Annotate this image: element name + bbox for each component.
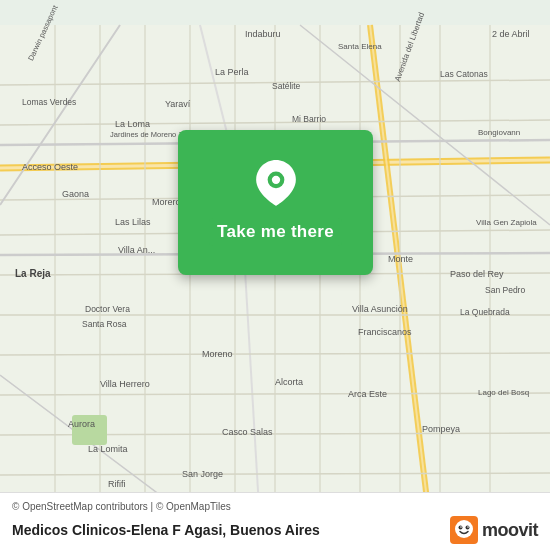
svg-text:Aurora: Aurora bbox=[68, 419, 95, 429]
svg-text:La Reja: La Reja bbox=[15, 268, 51, 279]
take-me-there-button[interactable]: Take me there bbox=[209, 218, 342, 246]
svg-text:Monte: Monte bbox=[388, 254, 413, 264]
location-info: Medicos Clinicos-Elena F Agasi, Buenos A… bbox=[12, 516, 538, 544]
svg-text:Santa Rosa: Santa Rosa bbox=[82, 319, 127, 329]
map-attribution: © OpenStreetMap contributors | © OpenMap… bbox=[12, 501, 538, 512]
svg-text:San Jorge: San Jorge bbox=[182, 469, 223, 479]
svg-text:Bongiovann: Bongiovann bbox=[478, 128, 520, 137]
svg-text:Rififi: Rififi bbox=[108, 479, 126, 489]
svg-text:La Quebrada: La Quebrada bbox=[460, 307, 510, 317]
svg-text:La Lomita: La Lomita bbox=[88, 444, 128, 454]
svg-text:Las Lilas: Las Lilas bbox=[115, 217, 151, 227]
svg-text:Alcorta: Alcorta bbox=[275, 377, 303, 387]
svg-point-75 bbox=[271, 175, 279, 183]
svg-text:Villa Gen Zapiola: Villa Gen Zapiola bbox=[476, 218, 537, 227]
moovit-logo: moovit bbox=[450, 516, 538, 544]
svg-text:Pompeya: Pompeya bbox=[422, 424, 460, 434]
svg-text:Gaona: Gaona bbox=[62, 189, 89, 199]
svg-point-80 bbox=[460, 526, 462, 528]
svg-point-77 bbox=[455, 520, 473, 538]
location-name: Medicos Clinicos-Elena F Agasi, Buenos A… bbox=[12, 522, 320, 538]
svg-text:Moreno: Moreno bbox=[202, 349, 233, 359]
svg-text:Franciscanos: Franciscanos bbox=[358, 327, 412, 337]
moovit-face-icon bbox=[450, 516, 478, 544]
svg-text:La Loma: La Loma bbox=[115, 119, 150, 129]
svg-text:Villa Asunción: Villa Asunción bbox=[352, 304, 408, 314]
svg-text:Villa Herrero: Villa Herrero bbox=[100, 379, 150, 389]
svg-point-81 bbox=[467, 526, 469, 528]
svg-text:Indaburu: Indaburu bbox=[245, 29, 281, 39]
svg-text:Villa An...: Villa An... bbox=[118, 245, 155, 255]
svg-text:Lomas Verdes: Lomas Verdes bbox=[22, 97, 76, 107]
svg-text:La Perla: La Perla bbox=[215, 67, 249, 77]
map-background: Indaburu Santa Elena La Perla Satélite L… bbox=[0, 0, 550, 550]
svg-text:Santa Elena: Santa Elena bbox=[338, 42, 382, 51]
svg-text:Mi Barrio: Mi Barrio bbox=[292, 114, 326, 124]
map-container: Indaburu Santa Elena La Perla Satélite L… bbox=[0, 0, 550, 550]
svg-text:Morero: Morero bbox=[152, 197, 181, 207]
svg-text:Jardines de Moreno 1: Jardines de Moreno 1 bbox=[110, 130, 183, 139]
svg-text:Acceso Oeste: Acceso Oeste bbox=[22, 162, 78, 172]
bottom-bar: © OpenStreetMap contributors | © OpenMap… bbox=[0, 492, 550, 550]
location-pin-icon bbox=[256, 160, 296, 206]
svg-text:2 de Abril: 2 de Abril bbox=[492, 29, 530, 39]
svg-text:Doctor Vera: Doctor Vera bbox=[85, 304, 130, 314]
svg-text:Paso del Rey: Paso del Rey bbox=[450, 269, 504, 279]
popup-card[interactable]: Take me there bbox=[178, 130, 373, 275]
svg-text:Lago del Bosq: Lago del Bosq bbox=[478, 388, 529, 397]
svg-text:Casco Salas: Casco Salas bbox=[222, 427, 273, 437]
moovit-text: moovit bbox=[482, 520, 538, 541]
svg-text:San Pedro: San Pedro bbox=[485, 285, 525, 295]
svg-text:Las Catonas: Las Catonas bbox=[440, 69, 488, 79]
svg-text:Satélite: Satélite bbox=[272, 81, 301, 91]
svg-text:Arca Este: Arca Este bbox=[348, 389, 387, 399]
svg-text:Yaraví: Yaraví bbox=[165, 99, 191, 109]
